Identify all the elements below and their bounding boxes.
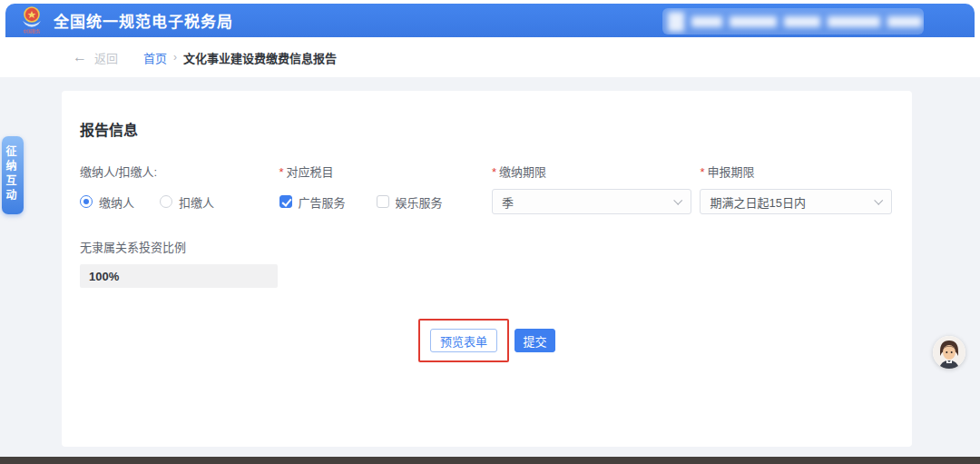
field-filing-period: *申报期限 期满之日起15日内 [700,164,894,214]
redacted-block [887,16,922,27]
interaction-side-tab[interactable]: 征纳互动 [2,136,24,214]
field-tax-items: *对应税目 广告服务 娱乐服务 [279,164,492,214]
field-payment-period: *缴纳期限 季 [492,164,700,214]
payment-period-select[interactable]: 季 [492,189,691,214]
filing-period-select[interactable]: 期满之日起15日内 [700,189,892,214]
app-title: 全国统一规范电子税务局 [54,9,233,32]
required-asterisk: * [700,165,704,179]
checkbox-advertising-service[interactable]: 广告服务 [279,193,346,211]
virtual-assistant-avatar[interactable] [933,336,965,369]
tax-emblem-logo: 中国税务 [18,5,45,36]
app-window: 中国税务 全国统一规范电子税务局 ← 返回 首页 › 文化事业建设费缴费信息报告… [0,0,980,464]
redacted-block [784,16,820,27]
red-highlight-annotation: 预览表单 [418,319,509,362]
section-title: 报告信息 [80,118,894,140]
investment-ratio-label: 无隶属关系投资比例 [80,240,894,256]
redacted-block [668,12,684,32]
required-asterisk: * [492,165,496,179]
radio-unselected-icon [160,195,172,208]
radio-withholder[interactable]: 扣缴人 [160,193,214,211]
breadcrumb-separator: › [173,51,177,64]
field-payer-type: 缴纳人/扣缴人: 缴纳人 扣缴人 [80,164,279,214]
filing-period-label: *申报期限 [700,164,894,181]
breadcrumb-current-page: 文化事业建设费缴费信息报告 [183,49,337,66]
redacted-block [730,16,777,27]
checkbox-entertainment-service[interactable]: 娱乐服务 [377,193,443,211]
back-arrow-icon[interactable]: ← [73,49,87,65]
submit-button[interactable]: 提交 [514,329,555,352]
tax-items-label: *对应税目 [279,164,492,181]
assistant-face-icon [933,336,965,369]
window-bottom-edge [0,457,980,464]
radio-selected-icon [80,195,93,208]
back-button[interactable]: 返回 [94,49,118,66]
investment-ratio-input-disabled: 100% [80,264,278,288]
breadcrumb-home-link[interactable]: 首页 [143,49,167,66]
user-info-badge-redacted[interactable] [662,8,924,35]
payer-type-label: 缴纳人/扣缴人: [80,164,279,181]
redacted-block [691,16,722,27]
chevron-down-icon [673,196,682,205]
checkbox-unchecked-icon [377,195,389,208]
required-asterisk: * [279,165,284,179]
field-investment-ratio: 无隶属关系投资比例 100% [80,240,894,288]
chevron-down-icon [875,196,884,205]
radio-payer[interactable]: 缴纳人 [80,193,134,211]
checkbox-checked-icon [279,195,292,208]
action-buttons-row: 预览表单 提交 [80,319,894,362]
main-content-area: 征纳互动 报告信息 缴纳人/扣缴人: 缴纳人 扣缴人 [0,77,980,458]
report-info-card: 报告信息 缴纳人/扣缴人: 缴纳人 扣缴人 [62,91,912,447]
payment-period-label: *缴纳期限 [492,164,700,181]
logo-caption: 中国税务 [23,29,40,33]
redacted-block [828,16,880,27]
app-header: 中国税务 全国统一规范电子税务局 [5,4,975,37]
breadcrumb: ← 返回 首页 › 文化事业建设费缴费信息报告 [0,37,980,77]
form-row-1: 缴纳人/扣缴人: 缴纳人 扣缴人 *对应税目 [80,164,894,214]
brand: 中国税务 全国统一规范电子税务局 [18,5,233,36]
preview-form-button[interactable]: 预览表单 [430,329,497,352]
